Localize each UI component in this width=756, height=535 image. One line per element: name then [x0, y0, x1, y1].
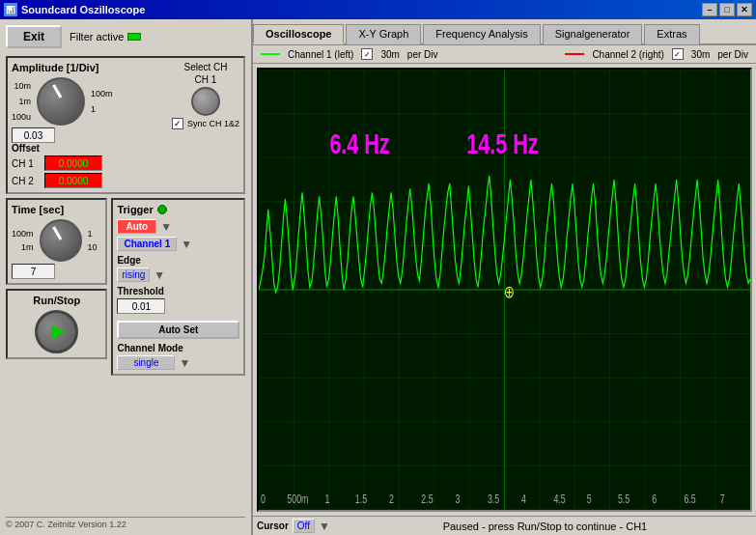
time-label-100m: 100m [12, 229, 34, 239]
close-button[interactable]: ✕ [737, 3, 752, 16]
time-label-10: 10 [88, 242, 98, 252]
rising-row: rising ▼ [117, 268, 239, 282]
sync-checkbox[interactable]: ✓ [172, 118, 183, 129]
ch2-per-div-unit: per Div [717, 49, 748, 60]
run-stop-knob-container [12, 310, 101, 353]
knob-marker [52, 84, 62, 98]
status-text: Paused - press Run/Stop to continue - CH… [338, 521, 752, 532]
app-title: Soundcard Oszilloscope [21, 4, 145, 15]
amplitude-section: Amplitude [1/Div] 10m 1m 100u 100m 1 [6, 56, 245, 194]
ch1-label: CH 1 [195, 74, 217, 85]
threshold-section: Threshold [117, 285, 239, 314]
ch2-offset-input[interactable] [44, 173, 102, 188]
ch1-per-div: 30m [380, 49, 399, 60]
time-knob-marker [52, 226, 62, 239]
ch1-offset-input[interactable] [44, 155, 102, 171]
sync-row: ✓ Sync CH 1&2 [172, 118, 239, 129]
channel-mode-label: Channel Mode [117, 343, 182, 353]
threshold-input[interactable] [117, 298, 165, 314]
amp-label-1m: 1m [12, 97, 31, 106]
channel-row: Channel 1 ▼ [117, 237, 239, 251]
tab-oscilloscope[interactable]: Oscilloscope [253, 24, 344, 44]
channel-select-button[interactable]: Channel 1 [117, 237, 177, 251]
svg-text:2: 2 [389, 493, 394, 506]
trigger-header: Trigger [117, 204, 239, 215]
amp-label-1: 1 [91, 104, 113, 114]
svg-text:6: 6 [652, 493, 657, 506]
amplitude-title: Amplitude [1/Div] [12, 62, 113, 73]
ch2-per-div: 30m [691, 49, 710, 60]
rising-arrow: ▼ [154, 268, 165, 282]
ch1-offset-label: CH 1 [12, 158, 41, 169]
svg-text:6.4 Hz: 6.4 Hz [329, 128, 389, 159]
amp-value-row [12, 127, 113, 143]
tab-bar: Oscilloscope X-Y Graph Frequency Analysi… [253, 19, 756, 45]
svg-text:4: 4 [521, 493, 526, 506]
single-button[interactable]: single [117, 355, 175, 370]
time-input[interactable] [12, 264, 55, 279]
edge-section: Edge rising ▼ [117, 254, 239, 282]
ch1-checkbox[interactable]: ✓ [361, 48, 373, 60]
ch1-select-knob[interactable] [191, 87, 220, 116]
exit-button[interactable]: Exit [6, 25, 62, 48]
threshold-label: Threshold [117, 286, 163, 296]
amplitude-input[interactable] [12, 127, 55, 143]
amp-label-100u: 100u [12, 112, 31, 122]
minimize-button[interactable]: – [702, 3, 717, 16]
run-stop-section: Run/Stop [6, 289, 107, 359]
time-section: Time [sec] 100m 1m 1 10 [6, 198, 107, 285]
offset-section: Offset CH 1 CH 2 [12, 143, 239, 188]
ch2-channel-label: Channel 2 (right) [592, 49, 663, 60]
run-stop-knob[interactable] [35, 310, 78, 353]
auto-arrow: ▼ [160, 220, 172, 234]
svg-text:5.5: 5.5 [618, 493, 630, 506]
auto-button[interactable]: Auto [117, 219, 156, 234]
cursor-section: Cursor Off ▼ [257, 519, 330, 533]
amplitude-knob-container: 10m 1m 100u 100m 1 [12, 77, 113, 126]
title-bar: 📊 Soundcard Oszilloscope – □ ✕ [0, 0, 756, 19]
tab-frequency-analysis[interactable]: Frequency Analysis [423, 24, 540, 44]
time-runstop-column: Time [sec] 100m 1m 1 10 [6, 198, 107, 376]
channel-arrow: ▼ [181, 238, 192, 251]
time-knob[interactable] [40, 219, 82, 262]
ch1-offset-row: CH 1 [12, 155, 239, 171]
tab-xy-graph[interactable]: X-Y Graph [346, 24, 421, 44]
cursor-off-button[interactable]: Off [293, 519, 315, 533]
cursor-arrow: ▼ [319, 520, 330, 533]
auto-set-button[interactable]: Auto Set [117, 321, 239, 339]
amplitude-knob[interactable] [37, 77, 85, 126]
sync-label: Sync CH 1&2 [187, 119, 239, 128]
filter-row: Filter active [70, 31, 141, 42]
auto-row: Auto ▼ [117, 219, 239, 234]
svg-text:3.5: 3.5 [488, 493, 499, 506]
time-knob-container: 100m 1m 1 10 [12, 219, 101, 262]
main-container: Exit Filter active Amplitude [1/Div] 10m… [0, 19, 756, 535]
app-icon: 📊 [4, 3, 17, 16]
offset-title: Offset [12, 143, 239, 154]
amp-label-10m: 10m [12, 81, 31, 91]
run-stop-title: Run/Stop [12, 295, 101, 306]
select-ch-label: Select CH [183, 62, 227, 72]
maximize-button[interactable]: □ [719, 3, 735, 16]
channel-bar: Channel 1 (left) ✓ 30m per Div Channel 2… [253, 45, 756, 64]
scope-svg: 6.4 Hz 14.5 Hz 0 500m 1 1.5 2 2.5 3 3.5 … [259, 70, 750, 510]
channel-mode-row: Channel Mode [117, 343, 239, 353]
tab-extras[interactable]: Extras [644, 24, 699, 44]
time-value-row [12, 264, 101, 279]
svg-text:6.5: 6.5 [684, 493, 695, 506]
threshold-value-row [117, 298, 239, 314]
ch2-checkbox[interactable]: ✓ [672, 48, 684, 60]
left-panel: Exit Filter active Amplitude [1/Div] 10m… [0, 19, 253, 535]
ch2-offset-label: CH 2 [12, 176, 41, 186]
single-row: single ▼ [117, 355, 239, 370]
ch1-line-indicator [261, 53, 280, 55]
scope-display[interactable]: 6.4 Hz 14.5 Hz 0 500m 1 1.5 2 2.5 3 3.5 … [257, 68, 752, 512]
svg-text:4.5: 4.5 [553, 493, 565, 506]
lower-left: Time [sec] 100m 1m 1 10 [6, 198, 245, 376]
rising-button[interactable]: rising [117, 268, 150, 282]
svg-text:2.5: 2.5 [421, 493, 433, 506]
svg-text:1.5: 1.5 [355, 493, 367, 506]
time-label-1: 1 [88, 229, 98, 239]
copyright: © 2007 C. Zeitnitz Version 1.22 [6, 517, 245, 529]
tab-signalgenerator[interactable]: Signalgenerator [543, 24, 643, 44]
